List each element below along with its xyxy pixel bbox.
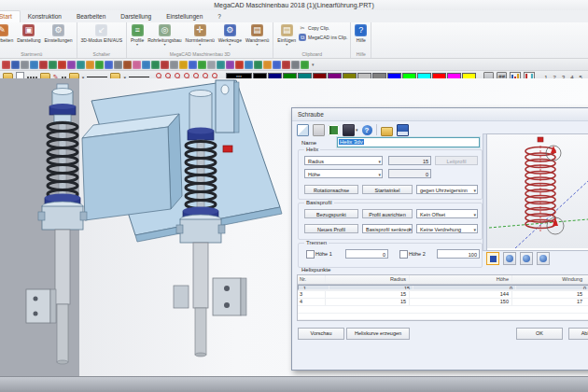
preview-shaded-button[interactable] bbox=[486, 252, 499, 265]
ribbon-button-scissors-icon[interactable]: ✂Copy Clip. bbox=[299, 24, 347, 32]
helixkurve-erzeugen-button[interactable]: Helixkurve erzeugen bbox=[346, 328, 410, 340]
ribbon-button-copy-to-clipboard-icon[interactable]: ⧉MegaCAD ins Clip. bbox=[299, 34, 347, 41]
hoehe-select[interactable]: Höhe▾ bbox=[304, 169, 383, 178]
toolbar-icon-8[interactable] bbox=[77, 61, 85, 69]
toolbar-icon-6[interactable] bbox=[58, 61, 66, 69]
ribbon-button-display-settings-icon[interactable]: ▣Darstellung bbox=[16, 23, 41, 44]
toolbar-icon-24[interactable] bbox=[226, 61, 234, 69]
help-icon[interactable]: ? bbox=[362, 125, 372, 135]
table-row-3[interactable]: 31514415 bbox=[298, 291, 588, 299]
neues-profil-button[interactable]: Neues Profil bbox=[304, 224, 358, 233]
hoehe-value-field[interactable]: 0 bbox=[388, 169, 431, 178]
abbrechen-button[interactable]: Abbrechen bbox=[568, 328, 588, 340]
tab-start[interactable]: Start bbox=[0, 10, 21, 22]
toolbar-icon-5[interactable] bbox=[49, 61, 57, 69]
toolbar-icon-25[interactable] bbox=[235, 61, 244, 69]
toolbar-icon-2[interactable] bbox=[21, 61, 29, 69]
toolbar-icon-14[interactable] bbox=[133, 61, 141, 69]
display-mode-button[interactable]: ▾ bbox=[343, 124, 358, 136]
ribbon-button-3d-mode-icon[interactable]: ↙3D-Modus EIN/AUS bbox=[80, 23, 123, 44]
toolbar-icon-7[interactable] bbox=[67, 61, 76, 69]
name-input[interactable]: Helix 3dv bbox=[337, 137, 480, 147]
toolbar-icon-22[interactable] bbox=[207, 61, 216, 69]
ribbon-button-gear-icon[interactable]: ⚙Einstellungen bbox=[43, 23, 73, 44]
ok-button[interactable]: OK bbox=[516, 328, 563, 340]
gearbox-block bbox=[82, 114, 182, 220]
toolbar-icon-15[interactable] bbox=[142, 61, 150, 69]
toolbar-icon-17[interactable] bbox=[161, 61, 169, 69]
ribbon-button-wall-menu-icon[interactable]: ▤Wandmenü▾ bbox=[245, 23, 270, 47]
helix-preview-panel[interactable] bbox=[486, 133, 588, 251]
helix-table[interactable]: Nr.RadiusHöheWindung11500215623151441541… bbox=[297, 274, 588, 321]
toolbar-icon-27[interactable] bbox=[254, 61, 262, 69]
column-header-3: Windung bbox=[512, 275, 585, 284]
offset-select[interactable]: Kein Offset▾ bbox=[416, 209, 478, 218]
toolbar-icon-1[interactable] bbox=[11, 61, 20, 69]
preview-view-button-1[interactable] bbox=[503, 252, 516, 265]
radius-value-field[interactable]: 15 bbox=[388, 156, 431, 165]
preview-view-button-2[interactable] bbox=[520, 252, 533, 265]
table-row-1[interactable]: 11500 bbox=[298, 285, 588, 291]
ribbon-button-edit-icon[interactable]: ✎Bearbeiten bbox=[0, 23, 14, 44]
3d-mode-icon: ↙ bbox=[95, 24, 107, 36]
toolbar-icon-31[interactable] bbox=[291, 61, 300, 69]
toolbar-icon-32[interactable] bbox=[301, 61, 309, 69]
radius-select[interactable]: Radius▾ bbox=[304, 156, 383, 165]
toolbar-icon-9[interactable] bbox=[86, 61, 94, 69]
toolbar-icon-20[interactable] bbox=[189, 61, 197, 69]
tab-bearbeiten[interactable]: Bearbeiten bbox=[69, 11, 113, 22]
ribbon-button-tools-icon[interactable]: ⚙Werkzeuge▾ bbox=[217, 23, 243, 47]
helix-group: Helix Radius▾ 15 Leitprofil Höhe▾ 0 Rota… bbox=[298, 149, 483, 200]
toolbar-icon-16[interactable] bbox=[151, 61, 160, 69]
toolbar-icon-19[interactable] bbox=[179, 61, 188, 69]
toolbar-icon-0[interactable] bbox=[2, 61, 10, 69]
hoehe1-field[interactable]: 0 bbox=[345, 249, 388, 259]
toolbar-icon-21[interactable] bbox=[198, 61, 206, 69]
tab-konstruktion[interactable]: Konstruktion bbox=[21, 11, 69, 22]
save-icon[interactable] bbox=[397, 124, 409, 136]
toolbar-icon-12[interactable] bbox=[114, 61, 122, 69]
toolbar-icon-3[interactable] bbox=[30, 61, 38, 69]
rotationsachse-button[interactable]: Rotationsachse bbox=[304, 185, 358, 194]
dialog-titlebar[interactable]: Schraube bbox=[292, 108, 588, 121]
toolbar-icon-26[interactable] bbox=[245, 61, 253, 69]
toolbar-icon-13[interactable] bbox=[123, 61, 132, 69]
toolbar-icon-4[interactable] bbox=[39, 61, 48, 69]
ribbon-button-profiles-icon[interactable]: ≡Profile▾ bbox=[130, 23, 145, 47]
toolbar-icon-11[interactable] bbox=[105, 61, 113, 69]
chevron-down-icon[interactable]: ▾ bbox=[310, 62, 315, 67]
vorschau-button[interactable]: Vorschau bbox=[298, 328, 344, 340]
open-file-icon[interactable] bbox=[381, 127, 393, 136]
paste-icon[interactable] bbox=[313, 124, 325, 136]
bezugspunkt-button[interactable]: Bezugspunkt bbox=[304, 209, 358, 218]
copy-icon[interactable] bbox=[297, 124, 309, 136]
toolbar-icon-30[interactable] bbox=[282, 61, 290, 69]
linetype-sample[interactable] bbox=[87, 77, 107, 77]
toolbar-icon-18[interactable] bbox=[170, 61, 178, 69]
startwinkel-button[interactable]: Startwinkel bbox=[362, 185, 413, 194]
tab-darstellung[interactable]: Darstellung bbox=[113, 11, 159, 22]
toolbar-icon-28[interactable] bbox=[263, 61, 272, 69]
tab-einstellungen[interactable]: Einstellungen bbox=[159, 11, 210, 22]
tab-?[interactable]: ? bbox=[210, 11, 229, 22]
ribbon-button-standard-parts-icon[interactable]: ✛Normteilmenü▾ bbox=[185, 23, 216, 47]
senkrecht-select[interactable]: Basisprofil senkrecht▾ bbox=[362, 224, 413, 233]
preview-view-button-3[interactable] bbox=[537, 252, 550, 265]
window-titlebar[interactable]: MegaCAD Maschinenbau 2018 (1)(Linearführ… bbox=[0, 0, 588, 10]
table-icon[interactable] bbox=[329, 125, 339, 135]
help-icon: ? bbox=[355, 24, 367, 36]
toolbar-icon-23[interactable] bbox=[217, 61, 225, 69]
linewidth-sample[interactable] bbox=[129, 77, 149, 77]
richtung-select[interactable]: gegen Uhrzeigersinn▾ bbox=[416, 185, 478, 194]
verdrehung-select[interactable]: Keine Verdrehung▾ bbox=[416, 224, 478, 233]
table-row-4[interactable]: 41515017 bbox=[298, 299, 588, 306]
ribbon-button-help-icon[interactable]: ?Hilfe bbox=[354, 23, 368, 44]
ribbon-button-paste-icon[interactable]: ▤Einfügen▾ bbox=[276, 23, 297, 47]
ribbon-button-piping-icon[interactable]: ◎Rohrleitungsbau▾ bbox=[147, 23, 182, 47]
hoehe2-field[interactable]: 100 bbox=[437, 249, 480, 259]
toolbar-icon-29[interactable] bbox=[273, 61, 281, 69]
profil-ausrichten-button[interactable]: Profil ausrichten bbox=[362, 209, 413, 218]
hoehe1-checkbox[interactable] bbox=[306, 250, 315, 259]
hoehe2-checkbox[interactable] bbox=[399, 250, 408, 259]
toolbar-icon-10[interactable] bbox=[95, 61, 104, 69]
